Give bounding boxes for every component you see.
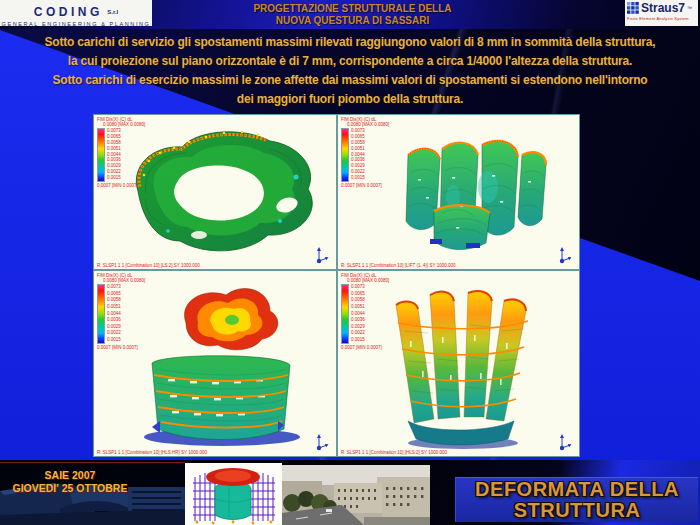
legend-subtitle: 0.0080 [MAX 0.0080] [347,122,389,127]
color-scale-bar [97,128,105,182]
straus7-squares-icon [627,2,639,14]
slide-title-line2: STRUTTURA [456,500,698,521]
event-line2: GIOVEDI' 25 OTTOBRE [0,482,140,495]
color-scale-bar [341,284,349,344]
legend-values: 0.00730.00650.00580.00510.00440.00360.00… [351,128,365,180]
straus7-tm: ™ [687,5,692,11]
fem-panel-towers-front: FIM Dis(X) (C) dL 0.0080 [MAX 0.0080] 0.… [337,270,580,457]
legend-values: 0.00730.00650.00580.00510.00440.00360.00… [107,128,121,180]
coding-suffix: S.r.l [107,9,118,15]
structural-model-image [185,463,282,525]
fem-panel-grid: FIM Dis(X) (C) dL 0.0080 [MAX 0.0080] 0.… [93,114,580,457]
header-title-line1: PROGETTAZIONE STRUTTURALE DELLA [225,3,480,15]
presentation-slide: CODING S.r.l GENERAL ENGINEERING & PLANN… [0,0,700,525]
legend-subtitle: 0.0080 [MAX 0.0080] [103,122,145,127]
legend-footer: 0.0007 [MIN 0.0007] [97,345,145,350]
legend-subtitle: 0.0080 [MAX 0.0080] [103,278,145,283]
axis-triad-icon [558,433,572,451]
header-bar: CODING S.r.l GENERAL ENGINEERING & PLANN… [0,0,700,29]
legend-footer: 0.0007 [MIN 0.0007] [341,345,389,350]
header-title-line2: NUOVA QUESTURA DI SASSARI [225,15,480,27]
contour-legend: FIM Dis(X) (C) dL 0.0080 [MAX 0.0080] 0.… [341,273,389,350]
fem-panel-towers-iso: FIM Dis(X) (C) dL 0.0080 [MAX 0.0080] 0.… [337,114,580,270]
straus7-logo: Straus7 ™ Finite Element Analysis System [625,0,698,26]
intro-text: Sotto carichi di servizio gli spostament… [0,33,700,109]
slide-title-line1: DEFORMATA DELLA [456,479,698,500]
axis-triad-icon [558,246,572,264]
legend-subtitle: 0.0080 [MAX 0.0080] [347,278,389,283]
result-caption: R: SLSP1 1 1 [Combination 10] [LS:2] SY … [97,263,200,268]
building-photo [282,465,430,525]
event-caption: SAIE 2007 GIOVEDI' 25 OTTOBRE [0,469,140,495]
footer-strip: SAIE 2007 GIOVEDI' 25 OTTOBRE [0,460,700,525]
fem-panel-building-iso: FIM Dis(X) (C) dL 0.0080 [MAX 0.0080] 0.… [93,270,337,457]
event-line1: SAIE 2007 [0,469,140,482]
intro-line-4: dei maggiori fuori piombo della struttur… [0,90,700,109]
coding-brand-line: CODING S.r.l [0,2,152,20]
building-photo-graphic [282,465,430,525]
straus7-name: Straus7 [641,1,685,15]
color-scale-bar [97,284,105,344]
coding-logo: CODING S.r.l GENERAL ENGINEERING & PLANN… [0,0,152,26]
saie-rendering-image: SAIE 2007 GIOVEDI' 25 OTTOBRE [0,462,185,525]
legend-values: 0.00730.00650.00580.00510.00440.00360.00… [107,284,121,342]
wireframe-model-graphic [185,463,282,525]
color-scale-bar [341,128,349,182]
legend-footer: 0.0007 [MIN 0.0007] [341,183,389,188]
intro-line-2: la cui proiezione sul piano orizzontale … [0,52,700,71]
intro-line-1: Sotto carichi di servizio gli spostament… [0,33,700,52]
coding-tagline: GENERAL ENGINEERING & PLANNING [0,21,152,27]
slide-title-box: DEFORMATA DELLA STRUTTURA [455,477,698,522]
coding-brand: CODING [34,5,103,19]
contour-legend: FIM Dis(X) (C) dL 0.0080 [MAX 0.0080] 0.… [341,117,389,188]
axis-triad-icon [315,246,329,264]
contour-legend: FIM Dis(X) (C) dL 0.0080 [MAX 0.0080] 0.… [97,117,145,188]
straus7-tagline: Finite Element Analysis System [627,16,696,21]
slide-header-title: PROGETTAZIONE STRUTTURALE DELLA NUOVA QU… [225,3,480,27]
result-caption: R: SLSP1 1 1 [Combination 10] [HLS:2] SY… [341,450,447,455]
fem-panel-plan-view: FIM Dis(X) (C) dL 0.0080 [MAX 0.0080] 0.… [93,114,337,270]
result-caption: R: SLSP1 1 1 [Combination 10] [LIFT (1..… [341,263,455,268]
straus7-brand-line: Straus7 ™ [627,1,696,15]
axis-triad-icon [315,433,329,451]
result-caption: R: SLSP1 1 1 [Combination 10] [HLS:HR] S… [97,450,207,455]
contour-legend: FIM Dis(X) (C) dL 0.0080 [MAX 0.0080] 0.… [97,273,145,350]
legend-values: 0.00730.00650.00580.00510.00440.00360.00… [351,284,365,342]
legend-footer: 0.0007 [MIN 0.0007] [97,183,145,188]
intro-line-3: Sotto carichi di esercizio massimi le zo… [0,71,700,90]
